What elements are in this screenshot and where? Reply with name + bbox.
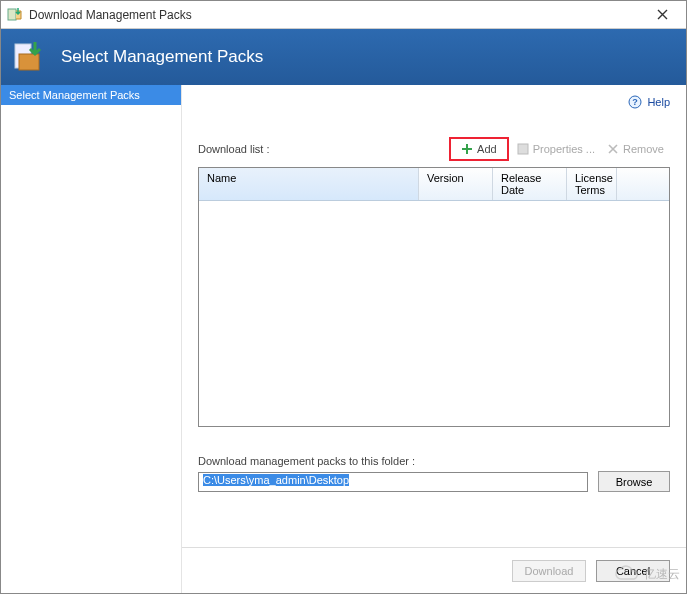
wizard-banner: Select Management Packs (1, 29, 686, 85)
svg-rect-2 (19, 54, 39, 70)
grid-body-empty (199, 201, 669, 426)
col-name[interactable]: Name (199, 168, 419, 200)
add-button[interactable]: Add (455, 141, 503, 157)
close-icon (657, 9, 668, 20)
browse-button[interactable]: Browse (598, 471, 670, 492)
download-list-grid[interactable]: Name Version Release Date License Terms (198, 167, 670, 427)
banner-icon (13, 40, 47, 74)
svg-rect-0 (8, 9, 16, 20)
add-button-label: Add (477, 143, 497, 155)
properties-button-label: Properties ... (533, 143, 595, 155)
cancel-button[interactable]: Cancel (596, 560, 670, 582)
sidebar-item-select-packs[interactable]: Select Management Packs (1, 85, 181, 105)
svg-text:?: ? (633, 97, 639, 107)
col-spacer (617, 168, 669, 200)
grid-header: Name Version Release Date License Terms (199, 168, 669, 201)
titlebar: Download Management Packs (1, 1, 686, 29)
help-link[interactable]: Help (647, 96, 670, 108)
footer: Download Cancel (182, 547, 686, 593)
banner-title: Select Management Packs (61, 47, 263, 67)
remove-button: Remove (601, 141, 670, 157)
remove-button-label: Remove (623, 143, 664, 155)
app-icon (7, 7, 23, 23)
plus-icon (461, 143, 473, 155)
col-license-terms[interactable]: License Terms (567, 168, 617, 200)
highlight-add: Add (449, 137, 509, 161)
download-list-label: Download list : (198, 143, 270, 155)
remove-icon (607, 143, 619, 155)
download-button: Download (512, 560, 586, 582)
wizard-sidebar: Select Management Packs (1, 85, 182, 593)
folder-path-input[interactable]: C:\Users\yma_admin\Desktop (198, 472, 588, 492)
properties-button: Properties ... (511, 141, 601, 157)
window-title: Download Management Packs (29, 8, 192, 22)
col-version[interactable]: Version (419, 168, 493, 200)
close-button[interactable] (642, 2, 682, 28)
properties-icon (517, 143, 529, 155)
folder-path-value: C:\Users\yma_admin\Desktop (203, 474, 349, 486)
svg-rect-5 (518, 144, 528, 154)
main-panel: ? Help Download list : Add Properties ..… (182, 85, 686, 593)
col-release-date[interactable]: Release Date (493, 168, 567, 200)
folder-label: Download management packs to this folder… (198, 455, 670, 467)
help-icon: ? (628, 95, 642, 109)
